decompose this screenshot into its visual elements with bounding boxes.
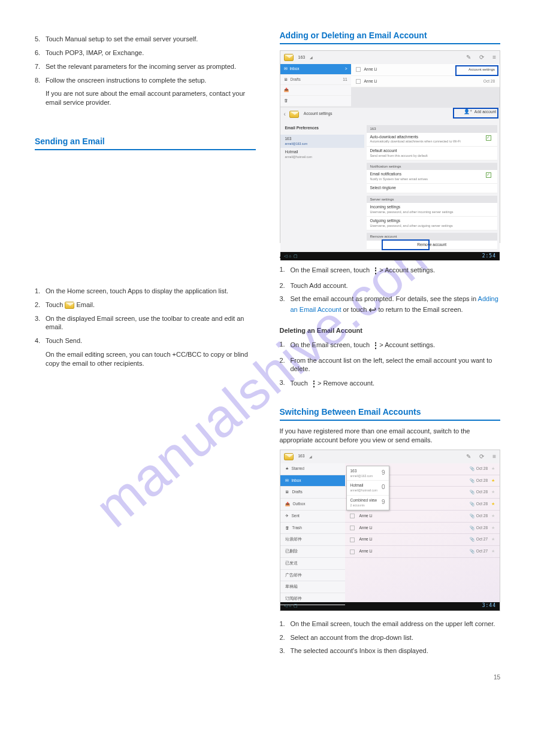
option-incoming-settings[interactable]: Incoming settingsUsername, password, and…: [367, 203, 498, 217]
account-item[interactable]: Hotmailanneli@hotmail.com: [280, 148, 364, 161]
option-email-notifications[interactable]: Email notificationsNotify in System bar …: [367, 170, 498, 184]
message-date: Oct 27: [476, 549, 488, 554]
option-title: Incoming settings: [370, 205, 494, 210]
checkbox[interactable]: [350, 526, 355, 530]
nav-trash[interactable]: 🗑: [280, 96, 351, 107]
message-row[interactable]: Anne Li📎Oct 28★: [345, 511, 500, 523]
step-7: 7.Set the relevant parameters for the in…: [35, 62, 256, 71]
draft-icon: 🗎: [285, 490, 289, 495]
home-nav-icon[interactable]: ⌂: [289, 254, 291, 259]
step-num: 3.: [280, 646, 285, 655]
back-icon[interactable]: ‹: [284, 110, 286, 119]
star-icon[interactable]: ★: [491, 537, 495, 542]
option-select-ringtone[interactable]: Select ringtone: [367, 184, 498, 193]
checkbox[interactable]: [356, 67, 361, 72]
side-folder[interactable]: 垃圾邮件: [280, 534, 345, 546]
back-nav-icon[interactable]: ◁: [284, 603, 287, 609]
page-number: 15: [280, 673, 501, 682]
step-text-post: Email.: [76, 301, 95, 308]
dropdown-item[interactable]: Combined view2 accounts9: [347, 496, 389, 511]
del-step-1: 1. On the Email screen, touch > Account …: [280, 340, 501, 351]
star-icon[interactable]: ★: [491, 502, 495, 507]
star-icon[interactable]: ★: [491, 549, 495, 554]
side-inbox[interactable]: ✉Inbox: [280, 475, 345, 487]
message-row[interactable]: Anne Li Oct 28: [351, 76, 500, 88]
side-folder[interactable]: 广告邮件: [280, 570, 345, 582]
side-folder[interactable]: 已删除: [280, 546, 345, 558]
message-row[interactable]: Anne Li📎Oct 27★: [345, 546, 500, 558]
option-sub: Notify in System bar when email arrives: [370, 177, 494, 181]
side-label: Outbox: [293, 502, 306, 507]
account-name: Hotmail: [285, 150, 359, 155]
message-row[interactable]: Anne Li📎Oct 27★: [345, 534, 500, 546]
star-icon[interactable]: ★: [491, 466, 495, 472]
account-item[interactable]: 163anneli@163.com: [280, 135, 364, 148]
account-dropdown: 163anneli@163.com9 Hotmailanneli@hotmail…: [346, 466, 389, 511]
refresh-icon[interactable]: ⟳: [479, 453, 484, 461]
side-outbox[interactable]: 📤Outbox: [280, 499, 345, 511]
dropdown-item[interactable]: Hotmailanneli@hotmail.com0: [347, 481, 389, 496]
option-default-account[interactable]: Default accountSend email from this acco…: [367, 147, 498, 160]
checkbox[interactable]: [350, 538, 355, 542]
account-name: 163: [285, 136, 359, 142]
nav-outbox[interactable]: 📤: [280, 85, 351, 96]
home-nav-icon[interactable]: ⌂: [289, 603, 291, 609]
side-folder[interactable]: 已发送: [280, 558, 345, 570]
message-row[interactable]: Anne Li Account settings: [351, 64, 500, 76]
dd-count: 9: [382, 498, 385, 508]
email-app-icon: [289, 111, 299, 118]
checkbox[interactable]: [350, 549, 355, 554]
add-step-3: 3. Set the email account as prompted. Fo…: [280, 294, 501, 316]
nav-inbox[interactable]: ✉Inbox>: [280, 64, 351, 75]
checkbox-icon[interactable]: [486, 172, 491, 178]
compose-icon[interactable]: ✎: [466, 453, 471, 461]
menu-icon[interactable]: ≡: [492, 453, 496, 461]
dropdown-item[interactable]: 163anneli@163.com9: [347, 466, 389, 481]
step-num: 3.: [35, 314, 40, 323]
checkbox[interactable]: [356, 79, 361, 84]
compose-icon[interactable]: ✎: [466, 53, 471, 62]
side-trash[interactable]: 🗑Trash: [280, 523, 345, 535]
side-folder[interactable]: 草稿箱: [280, 581, 345, 593]
star-icon[interactable]: ★: [491, 526, 495, 531]
menu-icon[interactable]: ≡: [492, 53, 496, 62]
right-column: Adding or Deleting an Email Account 163 …: [280, 30, 501, 682]
side-sent[interactable]: ✈Sent: [280, 511, 345, 523]
option-outgoing-settings[interactable]: Outgoing settingsUsername, password, and…: [367, 217, 498, 230]
dropdown-icon[interactable]: ◢: [309, 454, 312, 459]
checkbox-icon[interactable]: [486, 135, 491, 141]
step-text-pre: On the Email screen, touch: [291, 266, 372, 274]
account-name: 163: [298, 454, 305, 459]
option-auto-download[interactable]: Auto-download attachmentsAutomatically d…: [367, 133, 498, 147]
step-text-pre: Touch: [46, 301, 65, 308]
star-icon[interactable]: ★: [491, 478, 495, 484]
step-num: 2.: [280, 281, 285, 290]
step-text-post: > Account settings.: [379, 341, 435, 348]
star-icon[interactable]: ★: [491, 514, 495, 519]
message-row[interactable]: Anne Li📎Oct 28★: [345, 523, 500, 535]
checkbox[interactable]: [350, 514, 355, 518]
option-title: Auto-download attachments: [370, 135, 494, 140]
nav-drafts[interactable]: 🗎Drafts11: [280, 75, 351, 86]
side-starred[interactable]: ★Starred: [280, 463, 345, 475]
recent-nav-icon[interactable]: ▢: [294, 603, 298, 609]
step-text: On the Home screen, touch Apps to displa…: [46, 287, 228, 294]
clock: 2:54: [482, 253, 496, 260]
message-date: Oct 28: [476, 514, 488, 519]
group-header: Remove account: [367, 233, 498, 240]
side-label: 垃圾邮件: [285, 537, 302, 542]
add-account-label[interactable]: Add account: [474, 110, 496, 115]
option-sub: Username, password, and other outgoing s…: [370, 224, 494, 228]
step-text: On the displayed Email screen, use the t…: [46, 315, 244, 331]
refresh-icon[interactable]: ⟳: [479, 53, 484, 62]
step-text: The selected account's Inbox is then dis…: [291, 647, 428, 654]
dd-count: 0: [382, 483, 385, 493]
side-drafts[interactable]: 🗎Drafts: [280, 487, 345, 499]
step-text: Select an account from the drop-down lis…: [291, 634, 413, 641]
star-icon[interactable]: ★: [491, 490, 495, 495]
option-remove-account[interactable]: Remove account: [367, 241, 498, 250]
side-label: 已发送: [285, 561, 298, 566]
step-text-pre: On the Email screen, touch: [291, 341, 372, 348]
back-nav-icon[interactable]: ◁: [284, 254, 287, 259]
recent-nav-icon[interactable]: ▢: [294, 254, 298, 259]
